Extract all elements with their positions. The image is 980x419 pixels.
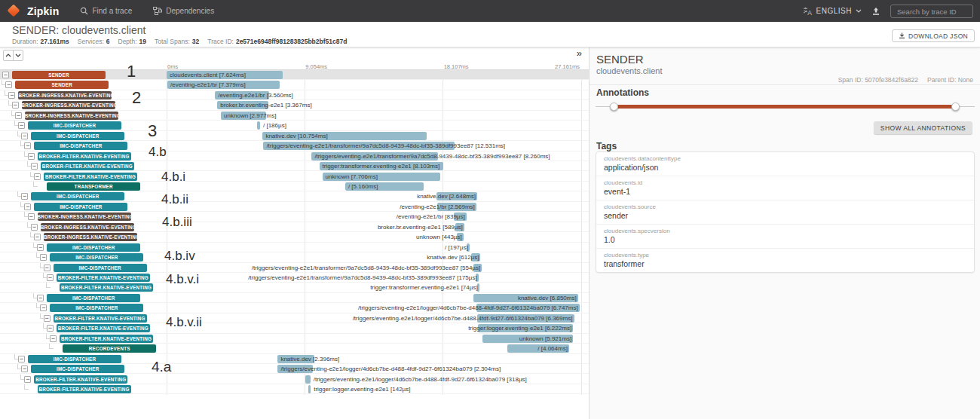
upload-icon[interactable] xyxy=(871,7,880,16)
nav-item-dependencies[interactable]: Dependencies xyxy=(153,7,214,15)
trace-span-row[interactable]: −IMC-DISPATCHERknative.dev [6.850ms] xyxy=(0,293,589,303)
span-label: knative.dev [2.648ms] xyxy=(417,191,476,201)
collapse-toggle[interactable]: − xyxy=(5,81,12,88)
collapse-toggle[interactable]: − xyxy=(44,265,51,271)
trace-span-row[interactable]: BROKER-FILTER.KNATIVE-EVENTINGtrigger:lo… xyxy=(0,384,589,394)
trace-span-row[interactable]: −IMC-DISPATCHER/ [186µs] xyxy=(0,121,589,130)
span-label: /triggers/eventing-e2e1/logger/4d6cb7be-… xyxy=(358,303,578,313)
nav-item-label: Dependencies xyxy=(166,7,214,15)
trace-span-row[interactable]: −SENDER/eventing-e2e1/br [7.379ms] xyxy=(0,80,589,90)
collapse-toggle[interactable]: − xyxy=(24,376,31,383)
timeline-tick-label: 0ms xyxy=(167,63,178,70)
trace-span-row[interactable]: RECORDEVENTS/ [4.064ms] xyxy=(0,344,589,353)
trace-id-search-input[interactable] xyxy=(890,5,973,18)
trace-span-row[interactable]: −BROKER-INGRESS.KNATIVE-EVENTING/eventin… xyxy=(0,90,589,100)
collapse-toggle[interactable]: − xyxy=(18,356,25,362)
collapse-toggle[interactable]: − xyxy=(28,153,35,160)
nav-item-find-a-trace[interactable]: Find a trace xyxy=(80,7,132,15)
trace-span-row[interactable]: −BROKER-FILTER.KNATIVE-EVENTINGunknown [… xyxy=(0,334,589,344)
service-badge: BROKER-INGRESS.KNATIVE-EVENTING xyxy=(25,112,118,120)
collapse-toggle[interactable]: − xyxy=(31,163,38,170)
trace-span-row[interactable]: −BROKER-INGRESS.KNATIVE-EVENTINGbroker.b… xyxy=(0,222,589,232)
span-label: /eventing-e2e1/br [7.379ms] xyxy=(170,80,246,90)
trace-span-row[interactable]: −IMC-DISPATCHERknative.dev [612µs] xyxy=(0,252,589,262)
tags-heading: Tags xyxy=(596,141,617,151)
collapse-toggle[interactable]: − xyxy=(47,274,54,281)
trace-span-row[interactable]: TRANSFORMER/ [5.160ms] xyxy=(0,182,589,191)
trace-timeline-pane: » 0ms9.054ms18.107ms27.161ms −SENDERclou… xyxy=(0,47,589,419)
scroll-down-button[interactable] xyxy=(13,50,23,61)
slider-handle-right[interactable] xyxy=(951,102,960,111)
collapse-toggle[interactable]: − xyxy=(21,133,28,139)
trace-span-row[interactable]: −BROKER-FILTER.KNATIVE-EVENTINGtrigger:t… xyxy=(0,161,589,171)
trace-span-row[interactable]: −IMC-DISPATCHER/triggers/eventing-e2e1/t… xyxy=(0,263,589,273)
collapse-toggle[interactable]: − xyxy=(40,254,47,261)
collapse-toggle[interactable]: − xyxy=(15,112,22,119)
trace-span-row[interactable]: −BROKER-FILTER.KNATIVE-EVENTING/triggers… xyxy=(0,151,589,161)
collapse-toggle[interactable]: − xyxy=(12,102,19,109)
download-json-button[interactable]: DOWNLOAD JSON xyxy=(892,29,975,42)
trace-span-row[interactable]: −IMC-DISPATCHER/eventing-e2e1/br [2.569m… xyxy=(0,202,589,212)
trace-span-row[interactable]: −BROKER-INGRESS.KNATIVE-EVENTING/eventin… xyxy=(0,212,589,222)
trace-span-row[interactable]: −IMC-DISPATCHERknative.dev [2.648ms] xyxy=(0,191,589,201)
trace-span-row[interactable]: BROKER-FILTER.KNATIVE-EVENTINGtrigger:tr… xyxy=(0,283,589,292)
collapse-toggle[interactable]: − xyxy=(34,173,41,180)
collapse-toggle[interactable]: − xyxy=(37,244,44,251)
collapse-panel-icon[interactable]: » xyxy=(577,47,582,59)
timeline-tick-label: 9.054ms xyxy=(305,63,327,70)
service-badge: BROKER-FILTER.KNATIVE-EVENTING xyxy=(57,324,150,332)
span-label: trigger:transformer.eventing-e2e1 [8.103… xyxy=(323,161,440,171)
collapse-toggle[interactable]: − xyxy=(2,72,9,78)
collapse-toggle[interactable]: − xyxy=(37,295,44,301)
trace-span-row[interactable]: −BROKER-INGRESS.KNATIVE-EVENTINGunknown … xyxy=(0,232,589,242)
detail-divider xyxy=(590,84,980,85)
trace-span-row[interactable]: −IMC-DISPATCHER/triggers/eventing-e2e1/l… xyxy=(0,364,589,374)
trace-span-row[interactable]: −BROKER-INGRESS.KNATIVE-EVENTINGbroker.b… xyxy=(0,100,589,110)
svg-text:A: A xyxy=(807,9,812,16)
collapse-toggle[interactable]: − xyxy=(31,224,38,231)
collapse-toggle[interactable]: − xyxy=(28,213,35,220)
trace-span-row[interactable]: −BROKER-FILTER.KNATIVE-EVENTING/triggers… xyxy=(0,273,589,283)
collapse-toggle[interactable]: − xyxy=(24,142,31,149)
collapse-toggle[interactable]: − xyxy=(44,315,51,322)
span-label: knative.dev [2.396ms] xyxy=(280,354,339,364)
tags-card: cloudevents.datacontenttypeapplication/j… xyxy=(596,151,975,273)
trace-span-row[interactable]: −IMC-DISPATCHER/triggers/eventing-e2e1/l… xyxy=(0,303,589,313)
collapse-toggle[interactable]: − xyxy=(50,335,57,342)
slider-handle-left[interactable] xyxy=(610,102,618,111)
trace-span-row[interactable]: −BROKER-INGRESS.KNATIVE-EVENTINGunknown … xyxy=(0,111,589,121)
trace-span-row[interactable]: −SENDERcloudevents.client [7.624ms] xyxy=(0,70,589,80)
trace-span-row[interactable]: −IMC-DISPATCHERknative.dev [2.396ms] xyxy=(0,354,589,364)
trace-span-row[interactable]: −BROKER-FILTER.KNATIVE-EVENTINGtrigger:l… xyxy=(0,323,589,333)
show-all-annotations-button[interactable]: SHOW ALL ANNOTATIONS xyxy=(874,121,972,134)
collapse-toggle[interactable]: − xyxy=(40,304,47,311)
tag-key: cloudevents.specversion xyxy=(604,227,966,235)
collapse-toggle[interactable]: − xyxy=(24,203,31,210)
collapse-toggle[interactable]: − xyxy=(21,193,28,200)
chevron-down-icon xyxy=(856,9,862,13)
annotations-heading: Annotations xyxy=(596,87,649,98)
collapse-toggle[interactable]: − xyxy=(34,234,41,240)
language-selector[interactable]: A ENGLISH xyxy=(803,7,862,16)
span-label: /triggers/eventing-e2e1/logger/4d6cb7be-… xyxy=(353,313,573,323)
annotation-slider[interactable] xyxy=(596,102,975,111)
span-duration-bar xyxy=(308,385,311,393)
collapse-toggle[interactable]: − xyxy=(47,325,54,332)
collapse-toggle[interactable]: − xyxy=(8,92,15,99)
scroll-up-button[interactable] xyxy=(3,50,14,61)
trace-span-row[interactable]: −BROKER-FILTER.KNATIVE-EVENTING/triggers… xyxy=(0,375,589,384)
trace-span-row[interactable]: −IMC-DISPATCHER/triggers/eventing-e2e1/t… xyxy=(0,141,589,151)
collapse-toggle[interactable]: − xyxy=(18,122,25,129)
search-icon xyxy=(80,7,88,15)
tag-key: cloudevents.type xyxy=(604,251,966,259)
span-label: /triggers/eventing-e2e1/transformer/9a7d… xyxy=(314,151,550,161)
span-id-label: Span ID: 5070fe3842f6a822 xyxy=(838,76,918,84)
trace-span-row[interactable]: −IMC-DISPATCHER/ [197µs] xyxy=(0,243,589,252)
tag-value: sender xyxy=(604,211,966,221)
trace-span-row[interactable]: −BROKER-FILTER.KNATIVE-EVENTING/triggers… xyxy=(0,313,589,323)
collapse-toggle[interactable]: − xyxy=(21,365,28,372)
span-duration-bar xyxy=(305,375,310,384)
trace-stat: Depth:19 xyxy=(118,38,147,45)
trace-span-row[interactable]: −BROKER-FILTER.KNATIVE-EVENTINGunknown [… xyxy=(0,172,589,182)
trace-span-row[interactable]: −IMC-DISPATCHERknative.dev [10.754ms] xyxy=(0,131,589,141)
